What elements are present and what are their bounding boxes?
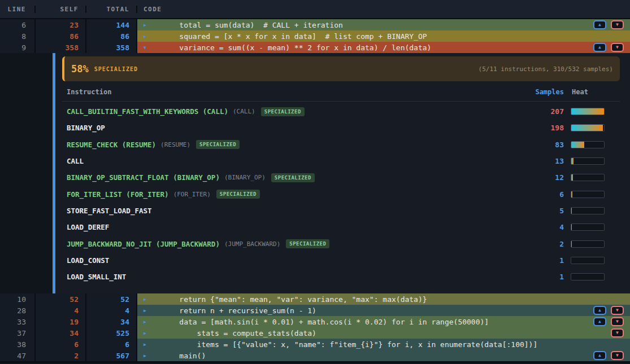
specialization-banner: 58% SPECIALIZED (5/11 instructions, 310/… [62,56,620,81]
instruction-label: CALL [67,157,84,165]
specialized-badge: SPECIALIZED [286,239,329,248]
instruction-base-opcode: (BINARY_OP) [224,174,266,181]
nav-up-button[interactable]: ▲ [593,317,606,326]
total-samples: 86 [86,30,137,42]
nav-down-button[interactable]: ▼ [611,351,624,360]
code-line-row[interactable]: 8 86 86 ▶ squared = [x * x for x in data… [0,30,630,42]
code-cell[interactable]: ▶ main() ▲▼ [137,350,630,361]
instruction-samples: 198 [530,124,564,132]
instruction-label: LOAD_DEREF [67,223,109,231]
instruction-row: LOAD_DEREF 4 [62,219,620,235]
row-nav-buttons: ▲▼ [593,20,630,29]
instruction-row: CALL_BUILTIN_FAST_WITH_KEYWORDS (CALL) (… [62,103,620,120]
code-cell[interactable]: ▶ squared = [x * x for x in data] # list… [137,30,630,42]
nav-down-button[interactable]: ▼ [611,43,624,52]
heat-bar [571,141,605,148]
nav-up-button[interactable]: ▲ [593,306,606,315]
instruction-row: RESUME_CHECK (RESUME) (RESUME) SPECIALIZ… [62,137,620,153]
nav-up-button[interactable]: ▲ [593,20,606,29]
column-header-total[interactable]: TOTAL [86,6,137,13]
total-samples: 567 [86,350,137,361]
expand-icon[interactable]: ▶ [144,308,149,313]
code-line-row[interactable]: 33 19 34 ▶ data = [math.sin(i * 0.01) + … [0,316,630,327]
instruction-name: STORE_FAST_LOAD_FAST [67,207,530,215]
nav-down-button[interactable]: ▼ [611,306,624,315]
code-cell[interactable]: ▶ stats = compute_stats(data) ▼ [137,327,630,339]
code-line-row[interactable]: 6 23 144 ▶ total = sum(data) # CALL + it… [0,19,630,30]
nav-down-button[interactable]: ▼ [611,20,624,29]
instruction-label: BINARY_OP_SUBTRACT_FLOAT (BINARY_OP) [67,173,220,182]
code-rows-bottom: 10 52 52 ▶ return {"mean": mean, "var": … [0,293,630,361]
code-cell[interactable]: ▶ data = [math.sin(i * 0.01) + math.cos(… [137,316,630,327]
column-header-code[interactable]: CODE [137,6,630,13]
code-line-row[interactable]: 10 52 52 ▶ return {"mean": mean, "var": … [0,293,630,305]
specialization-stats: (5/11 instructions, 310/532 samples) [479,65,613,73]
self-samples: 2 [36,350,86,361]
nav-up-button[interactable]: ▲ [593,43,606,52]
instruction-name: BINARY_OP [67,124,530,132]
nav-down-button[interactable]: ▼ [611,328,624,337]
code-cell[interactable]: ▶ return n + recursive_sum(n - 1) ▲▼ [137,305,630,316]
instruction-samples: 5 [530,207,564,215]
heat-bar [571,273,605,280]
code-line-row[interactable]: 37 34 525 ▶ stats = compute_stats(data) … [0,327,630,339]
specialized-badge: SPECIALIZED [261,107,305,116]
heat-bar [571,223,605,231]
column-header-line[interactable]: LINE [0,6,36,13]
line-number: 37 [0,327,36,339]
heat-bar [571,207,605,214]
code-line-row[interactable]: 38 6 6 ▶ items = [{"value": x, "name": f… [0,339,630,350]
code-text: main() [162,352,206,360]
code-line-row[interactable]: 9 358 358 ▼ variance = sum((x - mean) **… [0,42,630,53]
total-samples: 525 [86,327,137,339]
heat-bar [571,174,605,181]
column-header-samples[interactable]: Samples [530,88,564,96]
line-number: 33 [0,316,36,327]
instruction-label: LOAD_CONST [67,256,109,265]
self-samples: 86 [36,30,86,42]
nav-down-button[interactable]: ▼ [611,317,624,326]
instruction-row: BINARY_OP_SUBTRACT_FLOAT (BINARY_OP) (BI… [62,169,620,186]
code-line-row[interactable]: 28 4 4 ▶ return n + recursive_sum(n - 1)… [0,305,630,316]
total-samples: 358 [86,42,137,53]
code-text: squared = [x * x for x in data] # list c… [162,32,427,41]
expand-icon[interactable]: ▶ [144,297,149,302]
collapse-icon[interactable]: ▼ [144,45,149,50]
expand-icon[interactable]: ▶ [144,353,149,358]
expand-icon[interactable]: ▶ [144,331,149,336]
heat-bar-fill [571,108,604,115]
instruction-base-opcode: (JUMP_BACKWARD) [224,240,280,248]
expand-icon[interactable]: ▶ [144,319,149,324]
code-cell[interactable]: ▶ return {"mean": mean, "var": variance,… [137,293,630,305]
panel-left-gutter [0,53,53,293]
code-cell[interactable]: ▼ variance = sum((x - mean) ** 2 for x i… [137,42,630,53]
profiler-table-header: LINE SELF TOTAL CODE [0,0,630,19]
row-nav-buttons: ▲▼ [593,306,630,315]
total-samples: 52 [86,293,137,305]
code-cell[interactable]: ▶ total = sum(data) # CALL + iteration ▲… [137,19,630,30]
line-number: 6 [0,19,36,30]
heat-bar [571,257,605,264]
line-number: 9 [0,42,36,53]
expand-icon[interactable]: ▶ [144,342,149,347]
nav-up-button[interactable]: ▲ [593,351,606,360]
code-text: stats = compute_stats(data) [162,329,316,337]
heat-bar-fill [571,191,572,198]
instruction-name: FOR_ITER_LIST (FOR_ITER) (FOR_ITER) SPEC… [67,190,530,199]
total-samples: 6 [86,339,137,350]
instruction-samples: 4 [530,223,564,231]
expand-icon[interactable]: ▶ [144,23,149,28]
column-header-self[interactable]: SELF [36,6,86,13]
code-cell[interactable]: ▶ items = [{"value": x, "name": f"item_{… [137,339,630,350]
self-samples: 19 [36,316,86,327]
code-text: return n + recursive_sum(n - 1) [162,306,316,315]
expand-icon[interactable]: ▶ [144,34,149,39]
instruction-row: LOAD_SMALL_INT 1 [62,269,620,285]
code-line-row[interactable]: 47 2 567 ▶ main() ▲▼ [0,350,630,361]
instruction-label: LOAD_SMALL_INT [67,273,126,281]
instruction-samples: 6 [530,190,564,199]
self-samples: 358 [36,42,86,53]
heat-bar-fill [571,224,572,230]
heat-bar-fill [571,174,573,181]
instruction-samples: 13 [530,157,564,165]
